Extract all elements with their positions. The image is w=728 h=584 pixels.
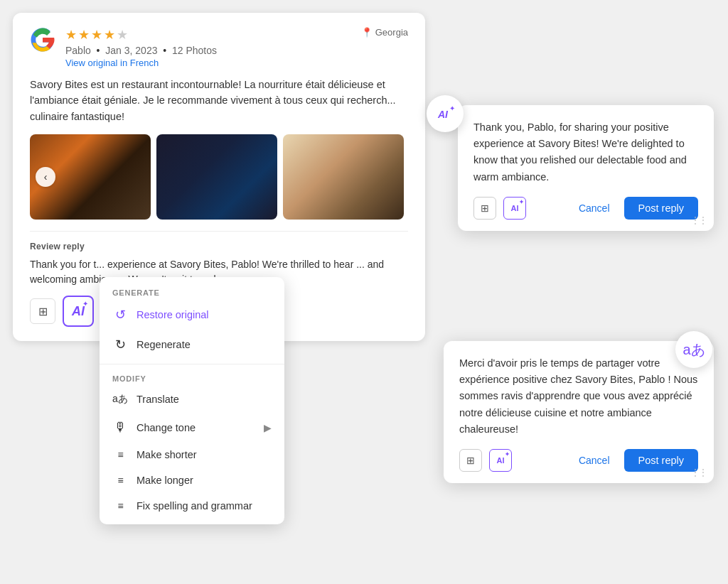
review-reply-label: Review reply bbox=[30, 242, 408, 252]
sparkle-icon: ✦ bbox=[82, 300, 90, 307]
ai-float-button-1[interactable]: AI ✦ bbox=[427, 95, 464, 132]
grid-view-button[interactable]: ⊞ bbox=[30, 298, 55, 324]
popup-ai-icon-1: AI bbox=[511, 204, 519, 212]
star-rating: ★ ★ ★ ★ ★ bbox=[65, 27, 351, 43]
image-prev-button[interactable]: ‹ bbox=[36, 167, 55, 187]
popup-ai-button-2[interactable]: AI ✦ bbox=[489, 449, 512, 472]
reviewer-info: Pablo • Jan 3, 2023 • 12 Photos bbox=[65, 45, 351, 56]
popup-post-button-1[interactable]: Post reply bbox=[624, 197, 698, 220]
popup-grid-button-2[interactable]: ⊞ bbox=[459, 449, 482, 472]
star-1: ★ bbox=[65, 27, 77, 43]
make-longer-label: Make longer bbox=[136, 475, 193, 486]
popup-actions-1: ⊞ AI ✦ Cancel Post reply bbox=[473, 197, 698, 220]
google-logo bbox=[30, 27, 55, 53]
regenerate-icon: ↻ bbox=[112, 337, 128, 352]
grid-icon: ⊞ bbox=[38, 305, 48, 318]
popup-reply-text-english: Thank you, Pablo, for sharing your posit… bbox=[473, 119, 698, 185]
make-shorter-item[interactable]: ≡ Make shorter bbox=[100, 442, 284, 467]
popup-grid-button-1[interactable]: ⊞ bbox=[473, 197, 496, 220]
popup-sparkle-1: ✦ bbox=[519, 199, 524, 205]
change-tone-label: Change tone bbox=[136, 422, 196, 433]
popup-ai-button-1[interactable]: AI ✦ bbox=[503, 197, 526, 220]
popup-ai-icon-2: AI bbox=[497, 456, 505, 465]
popup-cancel-button-2[interactable]: Cancel bbox=[572, 450, 617, 470]
context-menu: GENERATE ↺ Restore original ↻ Regenerate… bbox=[100, 277, 284, 524]
drag-handle-1: ⋮⋮ bbox=[691, 215, 707, 225]
review-text: Savory Bites est un restaurant incontour… bbox=[30, 77, 408, 124]
fix-spelling-item[interactable]: ≡ Fix spelling and grammar bbox=[100, 493, 284, 519]
change-tone-item[interactable]: 🎙 Change tone ▶ bbox=[100, 413, 284, 442]
regenerate-item[interactable]: ↻ Regenerate bbox=[100, 330, 284, 359]
review-image-2 bbox=[156, 134, 277, 220]
make-longer-item[interactable]: ≡ Make longer bbox=[100, 467, 284, 493]
star-4: ★ bbox=[104, 27, 115, 43]
popup-sparkle-2: ✦ bbox=[505, 451, 510, 458]
review-date: Jan 3, 2023 bbox=[105, 45, 157, 56]
popup-reply-text-french: Merci d'avoir pris le temps de partager … bbox=[459, 355, 698, 438]
location-icon: 📍 bbox=[361, 27, 373, 38]
reply-popup-french: Merci d'avoir pris le temps de partager … bbox=[444, 341, 714, 483]
restore-icon: ↺ bbox=[112, 307, 128, 323]
make-longer-icon: ≡ bbox=[112, 475, 128, 486]
restore-original-item[interactable]: ↺ Restore original bbox=[100, 300, 284, 330]
photo-count: 12 Photos bbox=[172, 45, 217, 56]
change-tone-arrow-icon: ▶ bbox=[264, 422, 272, 433]
menu-divider-1 bbox=[100, 364, 284, 364]
svg-text:✦: ✦ bbox=[449, 104, 455, 112]
restore-original-label: Restore original bbox=[136, 309, 209, 320]
translate-label: Translate bbox=[136, 394, 179, 405]
star-5: ★ bbox=[117, 27, 128, 43]
popup-grid-icon-2: ⊞ bbox=[466, 455, 475, 466]
ai-float-button-2[interactable]: aあ bbox=[675, 331, 712, 368]
review-images: ‹ bbox=[30, 134, 408, 220]
regenerate-label: Regenerate bbox=[136, 339, 191, 350]
location-text: Georgia bbox=[375, 27, 408, 38]
change-tone-icon: 🎙 bbox=[112, 420, 128, 435]
translate-item[interactable]: aあ Translate bbox=[100, 386, 284, 413]
make-shorter-label: Make shorter bbox=[136, 449, 197, 460]
generate-section-label: GENERATE bbox=[100, 283, 284, 300]
star-3: ★ bbox=[91, 27, 102, 43]
star-2: ★ bbox=[78, 27, 90, 43]
review-meta: ★ ★ ★ ★ ★ Pablo • Jan 3, 2023 • 12 Photo… bbox=[65, 27, 351, 68]
reviewer-name: Pablo bbox=[65, 45, 91, 56]
fix-spelling-label: Fix spelling and grammar bbox=[136, 500, 252, 512]
ai-button[interactable]: AI ✦ bbox=[63, 296, 94, 327]
drag-handle-2: ⋮⋮ bbox=[691, 467, 707, 477]
reply-popup-english: Thank you, Pablo, for sharing your posit… bbox=[458, 105, 714, 231]
popup-post-button-2[interactable]: Post reply bbox=[624, 449, 698, 472]
location-badge: 📍 Georgia bbox=[361, 27, 408, 38]
translate-icon: aあ bbox=[112, 393, 128, 406]
view-original-link[interactable]: View original in French bbox=[65, 58, 351, 68]
fix-spelling-icon: ≡ bbox=[112, 500, 128, 512]
svg-text:AI: AI bbox=[437, 109, 449, 120]
popup-grid-icon-1: ⊞ bbox=[481, 202, 489, 214]
make-shorter-icon: ≡ bbox=[112, 449, 128, 460]
popup-cancel-button-1[interactable]: Cancel bbox=[572, 198, 617, 218]
popup-actions-2: ⊞ AI ✦ Cancel Post reply bbox=[459, 449, 698, 472]
modify-section-label: MODIFY bbox=[100, 369, 284, 386]
review-image-3 bbox=[283, 134, 404, 220]
